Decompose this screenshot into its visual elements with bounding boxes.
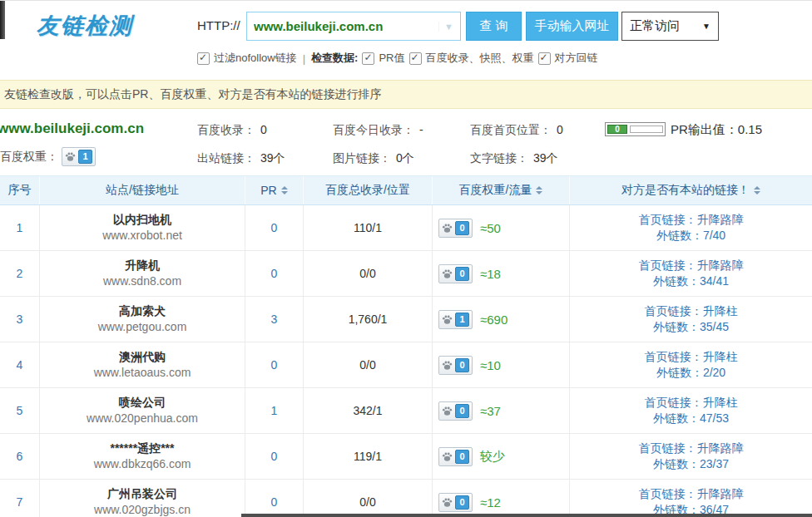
app-logo: 友链检测 <box>37 11 133 41</box>
home-link-text[interactable]: 首页链接：升降柱 <box>645 395 738 411</box>
options-row: 过滤nofollow链接 | 检查数据: PR值 百度收录、快照、权重 对方回链 <box>197 51 598 66</box>
weight-badge: 1 <box>438 310 473 329</box>
weight-value: 0 <box>455 404 469 418</box>
links-table: 序号 站点/链接地址 PR 百度总收录/位置 百度权重/流量 对方是否有本站的链… <box>0 175 812 517</box>
stat-baidu-index: 百度收录：0 <box>197 123 267 138</box>
sort-icon[interactable] <box>536 186 542 194</box>
row-index: 6 <box>0 434 40 479</box>
notice-bar: 友链检查改版，可以点击PR、百度权重、对方是否有本站的链接进行排序 <box>0 80 812 109</box>
site-url[interactable]: www.020penhua.com <box>87 411 198 426</box>
pr-output-label: PR输出值：0.15 <box>671 122 762 138</box>
bottom-dark-bar <box>241 514 812 517</box>
weight-badge: 0 <box>438 401 473 421</box>
site-url[interactable]: www.letaoaus.com <box>94 365 191 381</box>
paw-icon <box>442 406 453 416</box>
site-cell: 高加索犬 www.petgou.com <box>40 297 245 342</box>
table-row: 6 ******遥控*** www.dbkzq66.com 0 119/1 0 … <box>0 434 812 480</box>
weight-value: 0 <box>455 450 469 464</box>
baidu-index-value: 1,760/1 <box>304 297 433 342</box>
paw-icon <box>442 497 453 508</box>
check-data-options: PR值 百度收录、快照、权重 对方回链 <box>362 51 597 66</box>
row-index: 5 <box>0 388 40 433</box>
paw-icon <box>442 268 453 279</box>
out-links-text[interactable]: 外链数：47/53 <box>653 411 729 426</box>
table-header-row: 序号 站点/链接地址 PR 百度总收录/位置 百度权重/流量 对方是否有本站的链… <box>0 175 812 205</box>
url-history-dropdown-icon[interactable]: ▼ <box>438 22 460 32</box>
check-option-checkbox[interactable] <box>362 52 374 65</box>
query-button[interactable]: 查 询 <box>466 12 522 41</box>
check-option-label: 对方回链 <box>555 51 598 66</box>
protocol-label: HTTP:// <box>197 18 240 32</box>
filter-nofollow-checkbox[interactable] <box>197 52 210 65</box>
home-link-text[interactable]: 首页链接：升降路障 <box>639 258 744 273</box>
home-link-text[interactable]: 首页链接：升降柱 <box>645 303 738 319</box>
site-name: 升降机 <box>125 258 160 273</box>
pr-value: 0 <box>245 434 304 479</box>
row-index: 7 <box>0 480 40 517</box>
out-links-text[interactable]: 外链数：23/37 <box>653 456 729 472</box>
url-input[interactable] <box>247 19 438 33</box>
site-url[interactable]: www.xrobot.net <box>102 228 182 244</box>
site-cell: 澳洲代购 www.letaoaus.com <box>40 342 245 387</box>
check-data-label: 检查数据: <box>311 51 358 66</box>
weight-value: 0 <box>455 221 469 235</box>
backlink-cell: 首页链接：升降路障 外链数：34/41 <box>570 251 812 296</box>
out-links-text[interactable]: 外链数：34/41 <box>653 273 729 289</box>
select-arrow-icon: ▼ <box>702 22 710 31</box>
manual-input-button[interactable]: 手动输入网址 <box>526 12 618 41</box>
col-header-weight-traffic[interactable]: 百度权重/流量 <box>433 176 570 204</box>
out-links-text[interactable]: 外链数：35/45 <box>653 319 729 335</box>
traffic-estimate: ≈10 <box>480 358 501 372</box>
traffic-estimate: ≈690 <box>480 313 508 327</box>
out-links-text[interactable]: 外链数：2/20 <box>656 365 725 381</box>
sort-icon[interactable] <box>281 186 288 194</box>
col-header-pr[interactable]: PR <box>245 176 304 204</box>
site-cell: ******遥控*** www.dbkzq66.com <box>40 434 245 479</box>
pr-value: 1 <box>245 388 304 433</box>
home-link-text[interactable]: 首页链接：升降路障 <box>639 441 744 456</box>
traffic-estimate: ≈12 <box>480 495 501 510</box>
baidu-index-value: 0/0 <box>304 251 433 296</box>
traffic-estimate: ≈37 <box>480 404 501 418</box>
friend-link-checker-page: 友链检测 HTTP:// ▼ 查 询 手动输入网址 正常访问 ▼ 过滤nofol… <box>0 0 812 517</box>
paw-icon <box>442 314 453 325</box>
site-url[interactable]: www.petgou.com <box>98 319 187 335</box>
site-url[interactable]: www.sdn8.com <box>103 273 181 289</box>
col-header-backlink[interactable]: 对方是否有本站的链接！ <box>570 176 812 204</box>
site-url[interactable]: www.020gzbjgs.cn <box>94 502 191 517</box>
weight-badge: 0 <box>438 356 473 375</box>
check-option-checkbox[interactable] <box>538 52 551 65</box>
baidu-index-value: 0/0 <box>304 342 433 387</box>
baidu-weight-label: 百度权重： <box>0 150 58 165</box>
table-row: 2 升降机 www.sdn8.com 0 0/0 0 ≈18 <box>0 251 812 297</box>
check-option: 对方回链 <box>538 51 598 66</box>
site-name: 澳洲代购 <box>119 349 166 365</box>
out-links-text[interactable]: 外链数：7/40 <box>656 228 725 244</box>
weight-badge: 0 <box>438 493 473 512</box>
home-link-text[interactable]: 首页链接：升降路障 <box>639 486 744 502</box>
site-cell: 广州吊装公司 www.020gzbjgs.cn <box>40 480 245 517</box>
paw-icon <box>442 223 453 234</box>
check-option-checkbox[interactable] <box>409 52 422 65</box>
home-link-text[interactable]: 首页链接：升降柱 <box>645 349 738 365</box>
checked-domain: www.beilukeji.com.cn <box>0 121 144 137</box>
backlink-cell: 首页链接：升降柱 外链数：2/20 <box>570 342 812 387</box>
table-body: 1 以内扫地机 www.xrobot.net 0 110/1 0 ≈50 <box>0 205 812 517</box>
access-mode-select[interactable]: 正常访问 ▼ <box>621 12 719 41</box>
stat-outbound-links: 出站链接：39个 <box>197 151 285 166</box>
sort-icon[interactable] <box>754 186 760 194</box>
pr-value: 3 <box>245 297 304 342</box>
filter-nofollow-label: 过滤nofollow链接 <box>214 51 297 66</box>
stat-baidu-today: 百度今日收录：- <box>333 123 423 138</box>
table-row: 5 喷绘公司 www.020penhua.com 1 342/1 0 ≈37 <box>0 388 812 434</box>
weight-traffic-cell: 1 ≈690 <box>433 297 570 342</box>
home-link-text[interactable]: 首页链接：升降路障 <box>639 212 744 228</box>
pr-value: 0 <box>245 251 304 296</box>
traffic-estimate: ≈50 <box>480 221 501 235</box>
site-summary: www.beilukeji.com.cn 百度权重： 1 百度收录：0 百度今日… <box>0 114 812 175</box>
paw-icon <box>65 151 76 162</box>
site-url[interactable]: www.dbkzq66.com <box>94 456 191 472</box>
col-header-site: 站点/链接地址 <box>40 176 245 204</box>
check-option-label: 百度收录、快照、权重 <box>426 51 534 66</box>
pr-value: 0 <box>245 342 304 387</box>
